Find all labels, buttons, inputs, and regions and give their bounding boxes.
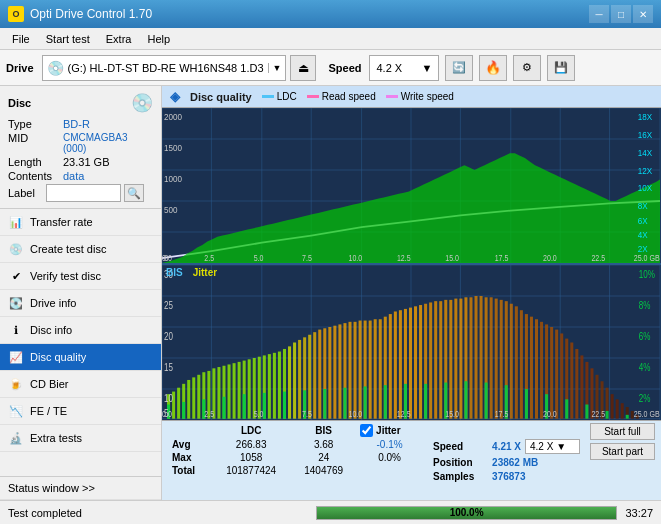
burn-button[interactable]: 🔥	[479, 55, 507, 81]
nav-extra-tests[interactable]: 🔬 Extra tests	[0, 425, 161, 452]
jitter-max: 0.0%	[356, 451, 423, 464]
refresh-button[interactable]: 🔄	[445, 55, 473, 81]
svg-rect-127	[495, 299, 498, 419]
svg-rect-91	[313, 332, 316, 419]
start-part-button[interactable]: Start part	[590, 443, 655, 460]
nav-disc-quality[interactable]: 📈 Disc quality	[0, 344, 161, 371]
svg-text:0.0: 0.0	[162, 253, 172, 263]
titlebar-title: Opti Drive Control 1.70	[30, 7, 152, 21]
svg-rect-94	[328, 327, 331, 419]
nav-verify-test-disc[interactable]: ✔ Verify test disc	[0, 263, 161, 290]
disc-panel: Disc 💿 Type BD-R MID CMCMAGBA3 (000) Len…	[0, 86, 161, 209]
svg-rect-177	[585, 405, 588, 419]
svg-rect-176	[565, 399, 568, 418]
progress-bar: 100.0%	[316, 506, 618, 520]
svg-text:0.0: 0.0	[162, 410, 172, 420]
svg-rect-172	[485, 383, 488, 419]
save-button[interactable]: 💾	[547, 55, 575, 81]
ldc-total: 101877424	[211, 464, 291, 477]
svg-rect-150	[611, 394, 614, 419]
start-full-button[interactable]: Start full	[590, 423, 655, 440]
nav-drive-info[interactable]: 💽 Drive info	[0, 290, 161, 317]
svg-rect-152	[621, 403, 624, 419]
svg-rect-120	[459, 299, 462, 419]
top-chart-svg: 2000 1500 1000 500 0 18X 16X 14X 12X 10X…	[162, 108, 661, 263]
drive-info-icon: 💽	[8, 295, 24, 311]
legend-read-speed-label: Read speed	[322, 91, 376, 102]
drive-selector[interactable]: 💿 (G:) HL-DT-ST BD-RE WH16NS48 1.D3 ▼	[42, 55, 287, 81]
menu-file[interactable]: File	[4, 31, 38, 47]
svg-text:14X: 14X	[638, 147, 652, 158]
svg-text:10.0: 10.0	[348, 253, 362, 263]
svg-rect-122	[469, 297, 472, 418]
menubar: File Start test Extra Help	[0, 28, 661, 50]
settings-button[interactable]: ⚙	[513, 55, 541, 81]
svg-rect-171	[464, 381, 467, 418]
start-buttons: Start full Start part	[590, 423, 655, 498]
toolbar: Drive 💿 (G:) HL-DT-ST BD-RE WH16NS48 1.D…	[0, 50, 661, 86]
nav-transfer-rate[interactable]: 📊 Transfer rate	[0, 209, 161, 236]
svg-text:2.5: 2.5	[204, 253, 214, 263]
svg-rect-112	[419, 305, 422, 419]
svg-rect-72	[217, 367, 220, 419]
svg-rect-126	[490, 297, 493, 418]
svg-text:5.0: 5.0	[254, 253, 264, 263]
stats-right-panel: Speed 4.21 X 4.2 X ▼ Position 23862 MB S…	[429, 423, 584, 498]
menu-start-test[interactable]: Start test	[38, 31, 98, 47]
svg-text:2000: 2000	[164, 111, 182, 122]
svg-text:17.5: 17.5	[495, 253, 509, 263]
speed-stat-dropdown[interactable]: 4.2 X ▼	[525, 439, 580, 454]
eject-button[interactable]: ⏏	[290, 55, 316, 81]
svg-text:25.0 GB: 25.0 GB	[634, 253, 660, 263]
nav-cd-bier[interactable]: 🍺 CD Bier	[0, 371, 161, 398]
speed-dropdown-arrow[interactable]: ▼	[422, 62, 433, 74]
svg-rect-90	[308, 335, 311, 419]
svg-rect-157	[182, 402, 185, 419]
stats-total-row: Total 101877424 1404769	[168, 464, 423, 477]
svg-rect-107	[394, 312, 397, 419]
nav-cd-bier-label: CD Bier	[30, 378, 69, 390]
svg-text:25: 25	[164, 300, 173, 311]
speed-value: 4.2 X	[376, 62, 402, 74]
svg-text:12.5: 12.5	[397, 410, 411, 420]
svg-rect-130	[510, 304, 513, 419]
verify-test-disc-icon: ✔	[8, 268, 24, 284]
nav-extra-tests-label: Extra tests	[30, 432, 82, 444]
contents-label: Contents	[8, 170, 63, 182]
chart-icon: ◈	[170, 89, 180, 104]
svg-rect-138	[550, 327, 553, 419]
maximize-button[interactable]: □	[611, 5, 631, 23]
svg-rect-139	[555, 330, 558, 419]
legend-ldc: LDC	[262, 91, 297, 102]
label-input[interactable]	[46, 184, 121, 202]
menu-extra[interactable]: Extra	[98, 31, 140, 47]
svg-rect-134	[530, 317, 533, 419]
close-button[interactable]: ✕	[633, 5, 653, 23]
svg-rect-144	[580, 355, 583, 418]
bottom-chart: BIS Jitter	[162, 265, 661, 420]
svg-text:20: 20	[164, 331, 173, 342]
svg-text:1000: 1000	[164, 173, 182, 184]
svg-rect-110	[409, 308, 412, 419]
mid-value: CMCMAGBA3 (000)	[63, 132, 153, 154]
disc-quality-icon: 📈	[8, 349, 24, 365]
drive-dropdown-arrow[interactable]: ▼	[268, 63, 282, 73]
create-test-disc-icon: 💿	[8, 241, 24, 257]
status-window-label: Status window >>	[8, 482, 95, 494]
nav-create-test-disc[interactable]: 💿 Create test disc	[0, 236, 161, 263]
speed-stat-value: 4.21 X	[492, 441, 521, 452]
svg-rect-166	[364, 386, 367, 418]
label-browse-button[interactable]: 🔍	[124, 184, 144, 202]
top-chart: 2000 1500 1000 500 0 18X 16X 14X 12X 10X…	[162, 108, 661, 265]
menu-help[interactable]: Help	[139, 31, 178, 47]
nav-fe-te[interactable]: 📉 FE / TE	[0, 398, 161, 425]
status-window-toggle[interactable]: Status window >>	[0, 476, 161, 500]
minimize-button[interactable]: ─	[589, 5, 609, 23]
extra-tests-icon: 🔬	[8, 430, 24, 446]
speed-selector[interactable]: 4.2 X ▼	[369, 55, 439, 81]
jitter-checkbox[interactable]	[360, 424, 373, 437]
nav-disc-info[interactable]: ℹ Disc info	[0, 317, 161, 344]
svg-rect-66	[187, 380, 190, 419]
bis-label: BIS	[166, 267, 183, 278]
stats-table: LDC BIS Jitter	[168, 423, 423, 498]
